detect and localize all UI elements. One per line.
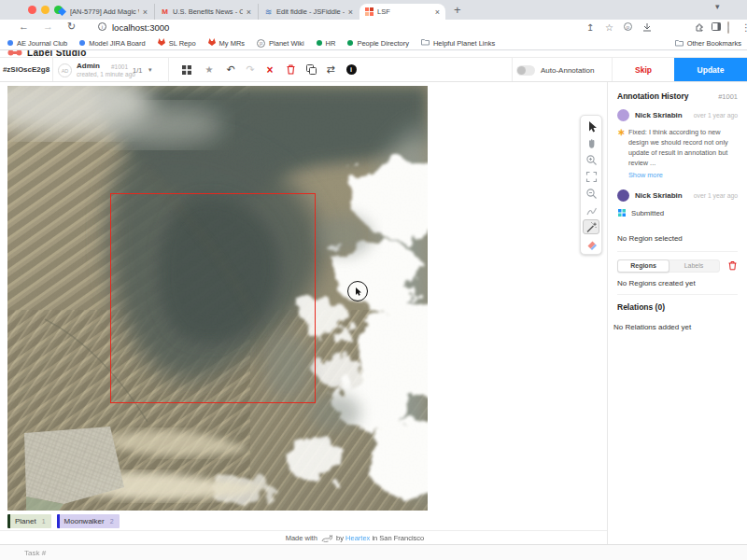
- delete-icon[interactable]: [282, 58, 299, 81]
- label-hotkey: 2: [110, 518, 114, 525]
- user-avatar: [617, 189, 629, 202]
- auto-annotation-toggle[interactable]: [516, 65, 535, 76]
- created-time: created, 1 minute ago: [77, 71, 135, 77]
- grid-icon[interactable]: [178, 58, 195, 81]
- skip-button[interactable]: Skip: [612, 58, 674, 81]
- compare-icon[interactable]: [322, 58, 339, 81]
- undo-icon[interactable]: [222, 58, 239, 81]
- tab-search-chevron-icon[interactable]: ▾: [715, 2, 720, 11]
- main-content: Planet 1 Moonwalker 2 Made with by Heart…: [0, 82, 747, 544]
- side-panel-icon[interactable]: [712, 22, 721, 33]
- label-chip-moonwalker[interactable]: Moonwalker 2: [57, 514, 120, 528]
- heartex-link[interactable]: Heartex: [345, 534, 370, 542]
- tab-labels[interactable]: Labels: [669, 260, 719, 272]
- browser-tab-jsfiddle[interactable]: Edit fiddle - JSFiddle - Code P: [258, 4, 359, 20]
- bookmark-hr[interactable]: HR: [317, 39, 336, 48]
- zoom-in-tool[interactable]: [583, 152, 599, 167]
- gitlab-favicon: [158, 38, 165, 48]
- history-entry[interactable]: Nick Skriabin over 1 year ago: [617, 109, 738, 121]
- reject-icon[interactable]: [261, 58, 278, 81]
- show-more-link[interactable]: Show more: [628, 171, 738, 181]
- chevron-down-icon[interactable]: ▾: [148, 66, 152, 74]
- bookmark-model-jira-board[interactable]: Model JIRA Board: [79, 39, 145, 48]
- annotation-header: #zSlOscE2g8 AD Admin created, 1 minute a…: [0, 57, 747, 82]
- divider: [512, 58, 513, 81]
- profile-avatar[interactable]: [727, 22, 729, 33]
- window-close-button[interactable]: [28, 6, 36, 14]
- bookmark-star-icon[interactable]: [605, 22, 613, 33]
- label-studio-logo-text: Label Studio: [27, 50, 87, 57]
- label-text: Planet: [15, 517, 36, 525]
- bbox-region[interactable]: [110, 193, 316, 403]
- brush-tool[interactable]: [583, 203, 599, 217]
- cat-icon: [321, 534, 332, 542]
- browser-tab-lsf-active[interactable]: LSF: [359, 4, 445, 20]
- tab-close-icon[interactable]: [247, 7, 251, 17]
- red-extension-icon[interactable]: [659, 22, 664, 32]
- bookmark-planet-wiki[interactable]: pPlanet Wiki: [257, 39, 304, 48]
- bookmark-sl-repo[interactable]: SL Repo: [158, 38, 196, 48]
- user-name: Admin: [77, 62, 100, 70]
- regions-labels-switcher: Regions Labels: [617, 259, 738, 273]
- tab-label: U.S. Benefits News - Open En: [173, 7, 243, 16]
- p-extension-icon[interactable]: p: [624, 22, 632, 31]
- new-tab-button[interactable]: +: [454, 3, 461, 17]
- label-studio-favicon: [365, 7, 374, 16]
- browser-tab-gmail[interactable]: U.S. Benefits News - Open En: [154, 4, 257, 20]
- bookmark-my-mrs[interactable]: My MRs: [208, 38, 246, 48]
- label-chips: Planet 1 Moonwalker 2: [7, 514, 120, 528]
- label-chip-planet[interactable]: Planet 1: [7, 514, 51, 528]
- tab-close-icon[interactable]: [143, 7, 148, 17]
- cast-extension-icon[interactable]: [642, 22, 652, 34]
- tool-palette: [580, 115, 602, 255]
- annotation-history-id: #1001: [718, 92, 738, 101]
- magic-wand-tool[interactable]: [583, 219, 599, 234]
- eraser-tool[interactable]: [583, 236, 599, 251]
- fit-screen-tool[interactable]: [583, 169, 599, 184]
- browser-tab-jira[interactable]: [AN-5779] Add Magic Wand fu: [52, 4, 153, 20]
- canvas-panel: Planet 1 Moonwalker 2 Made with by Heart…: [0, 82, 607, 544]
- bookmark-helpful-planet-links[interactable]: Helpful Planet Links: [421, 38, 495, 48]
- tab-close-icon[interactable]: [348, 7, 353, 17]
- forward-button[interactable]: [43, 21, 53, 32]
- bookmark-ae-journal-club[interactable]: AE Journal Club: [7, 39, 67, 48]
- annotation-id: #1001: [111, 63, 128, 70]
- update-button[interactable]: Update: [674, 58, 747, 81]
- zoom-out-tool[interactable]: [583, 186, 599, 201]
- reload-button[interactable]: [67, 21, 76, 33]
- star-icon[interactable]: [201, 58, 218, 81]
- info-icon[interactable]: i: [343, 58, 359, 81]
- url-text[interactable]: localhost:3000: [112, 22, 169, 33]
- annotation-counter[interactable]: 1/1: [133, 66, 142, 75]
- bookmark-people-directory[interactable]: People Directory: [347, 39, 408, 48]
- right-sidebar: Annotation History #1001 Nick Skriabin o…: [607, 82, 747, 544]
- folder-icon: [675, 39, 684, 49]
- share-icon[interactable]: [586, 22, 594, 33]
- tab-regions[interactable]: Regions: [617, 259, 669, 273]
- back-button[interactable]: [19, 21, 29, 32]
- extensions-puzzle-icon[interactable]: [695, 22, 704, 34]
- tab-close-icon[interactable]: [435, 7, 440, 17]
- history-entry[interactable]: Nick Skriabin over 1 year ago: [617, 189, 738, 202]
- window-minimize-button[interactable]: [41, 6, 49, 14]
- blue-dot-favicon: [79, 40, 85, 46]
- satellite-image[interactable]: [7, 86, 428, 511]
- move-tool[interactable]: [583, 119, 599, 133]
- site-info-icon[interactable]: i: [98, 22, 106, 31]
- cursor-arrow-icon: [355, 287, 362, 297]
- task-label: Task #: [24, 549, 46, 557]
- tab-label: Edit fiddle - JSFiddle - Code P: [276, 7, 345, 16]
- delete-regions-icon[interactable]: [727, 260, 738, 271]
- duplicate-icon[interactable]: [303, 58, 319, 81]
- other-bookmarks-button[interactable]: Other Bookmarks: [675, 36, 741, 50]
- pan-tool[interactable]: [583, 135, 599, 150]
- browser-menu-icon[interactable]: [741, 22, 747, 33]
- redo-icon[interactable]: [242, 58, 259, 81]
- blue-dot-favicon: [7, 40, 13, 46]
- browser-addressbar: i localhost:3000 p: [0, 20, 747, 36]
- relations-title: Relations (0): [617, 302, 738, 312]
- label-studio-logo[interactable]: Label Studio: [0, 50, 747, 57]
- user-avatar[interactable]: AD: [58, 63, 72, 77]
- submitted-icon: [618, 209, 626, 217]
- tab-label: LSF: [377, 7, 431, 16]
